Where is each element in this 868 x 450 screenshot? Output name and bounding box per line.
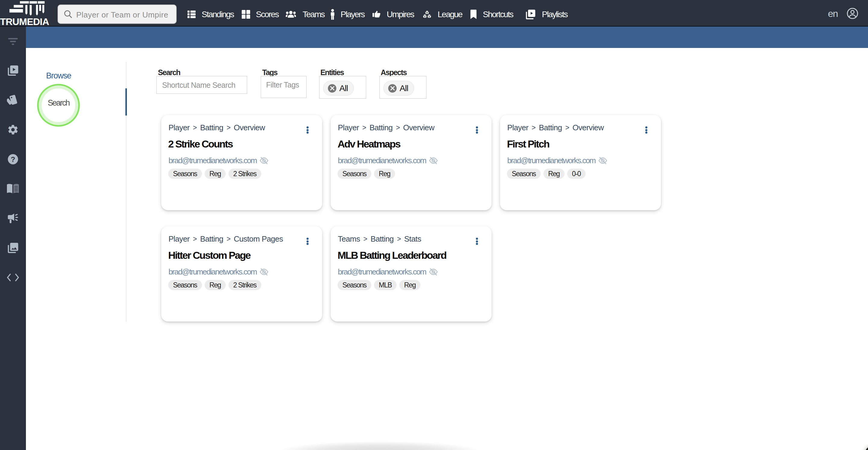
svg-text:?: ? (11, 155, 16, 163)
